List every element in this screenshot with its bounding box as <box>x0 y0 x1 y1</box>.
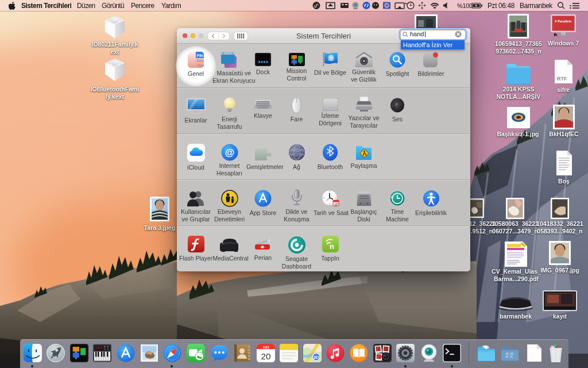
svg-text:18: 18 <box>334 202 338 206</box>
svg-text:‖ Parallels: ‖ Parallels <box>555 20 572 23</box>
svg-text:20: 20 <box>261 351 270 361</box>
svg-text:New: New <box>197 59 204 63</box>
svg-text:n: n <box>330 242 334 251</box>
svg-text:Barmanbek: Barmanbek <box>520 2 553 10</box>
svg-text:●: ● <box>324 244 328 250</box>
svg-text:File: File <box>197 53 204 57</box>
svg-text:RTF: RTF <box>557 76 567 82</box>
svg-text:%100: %100 <box>457 2 473 9</box>
svg-text:3D: 3D <box>313 355 319 360</box>
svg-text:Pzt 06:48: Pzt 06:48 <box>488 2 515 10</box>
svg-text:Ope: Ope <box>197 63 204 68</box>
svg-text:hand: hand <box>410 30 424 37</box>
svg-text:EKİ: EKİ <box>262 345 269 349</box>
svg-text:@: @ <box>225 147 234 158</box>
